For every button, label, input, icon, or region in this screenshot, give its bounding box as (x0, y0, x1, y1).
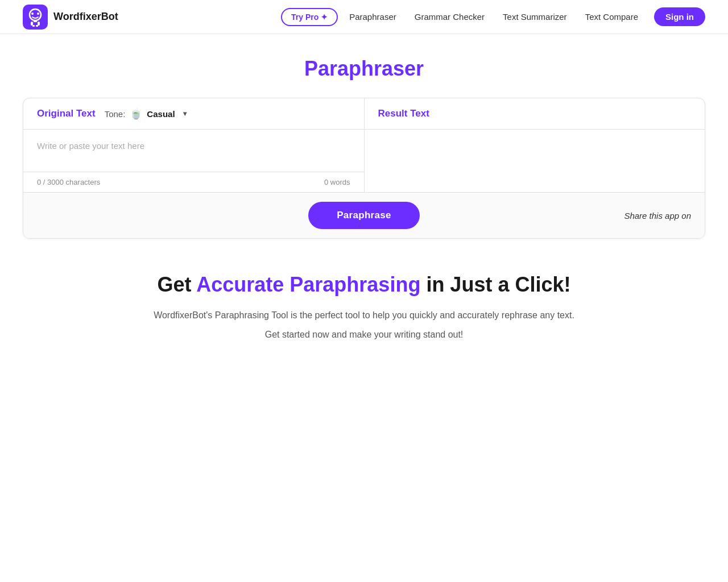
nav-link-paraphraser[interactable]: Paraphraser (342, 9, 403, 25)
svg-rect-0 (23, 5, 48, 30)
svg-point-2 (31, 13, 34, 15)
nav-link-text-summarizer[interactable]: Text Summarizer (496, 9, 574, 25)
tone-selector[interactable]: Casual Formal Creative Fluent Simple ▾ (147, 109, 187, 119)
original-text-footer: 0 / 3000 characters 0 words (23, 172, 364, 192)
share-text: Share this app on (624, 211, 691, 221)
heading-suffix: in Just a Click! (420, 273, 570, 296)
panels-header: Original Text Tone: 🍵 Casual Formal Crea… (23, 98, 705, 130)
tone-label: Tone: (105, 109, 126, 119)
svg-point-3 (37, 13, 39, 15)
try-pro-button[interactable]: Try Pro ✦ (281, 8, 338, 26)
result-text-header: Result Text (365, 98, 705, 129)
bottom-heading: Get Accurate Paraphrasing in Just a Clic… (23, 273, 705, 297)
sign-in-button[interactable]: Sign in (654, 7, 705, 26)
chevron-down-icon: ▾ (183, 110, 187, 118)
original-text-label: Original Text (37, 108, 96, 119)
heading-prefix: Get (158, 273, 197, 296)
bottom-description-2: Get started now and make your writing st… (136, 327, 592, 342)
svg-rect-5 (31, 22, 33, 26)
logo-text: WordfixerBot (53, 11, 118, 23)
paraphrase-button[interactable]: Paraphrase (308, 202, 420, 229)
svg-rect-8 (36, 25, 38, 27)
panels-body: 0 / 3000 characters 0 words (23, 130, 705, 192)
result-text-label: Result Text (378, 108, 429, 119)
char-count: 0 / 3000 characters (37, 178, 100, 186)
nav-link-text-compare[interactable]: Text Compare (578, 9, 645, 25)
page-title: Paraphraser (23, 57, 705, 81)
svg-rect-7 (32, 25, 35, 27)
svg-rect-4 (34, 20, 37, 22)
action-center: Paraphrase (255, 202, 473, 229)
result-text-panel (365, 130, 705, 192)
svg-rect-6 (38, 22, 40, 26)
tool-card: Original Text Tone: 🍵 Casual Formal Crea… (23, 98, 705, 239)
original-text-panel: 0 / 3000 characters 0 words (23, 130, 365, 192)
main-nav: Try Pro ✦ Paraphraser Grammar Checker Te… (281, 7, 705, 26)
result-area (365, 130, 705, 192)
original-text-input[interactable] (23, 130, 364, 172)
tone-icon: 🍵 (130, 107, 142, 120)
tone-dropdown[interactable]: Casual Formal Creative Fluent Simple (147, 109, 181, 119)
heading-accent: Accurate Paraphrasing (196, 273, 420, 296)
nav-link-grammar-checker[interactable]: Grammar Checker (408, 9, 491, 25)
logo-icon (23, 5, 48, 30)
original-text-header: Original Text Tone: 🍵 Casual Formal Crea… (23, 98, 365, 129)
word-count: 0 words (324, 178, 350, 186)
logo-area: WordfixerBot (23, 5, 118, 30)
tone-area: Tone: 🍵 Casual Formal Creative Fluent Si… (105, 107, 187, 120)
bottom-description-1: WordfixerBot's Paraphrasing Tool is the … (136, 308, 592, 323)
action-row: Paraphrase Share this app on (23, 192, 705, 238)
bottom-section: Get Accurate Paraphrasing in Just a Clic… (0, 239, 728, 369)
